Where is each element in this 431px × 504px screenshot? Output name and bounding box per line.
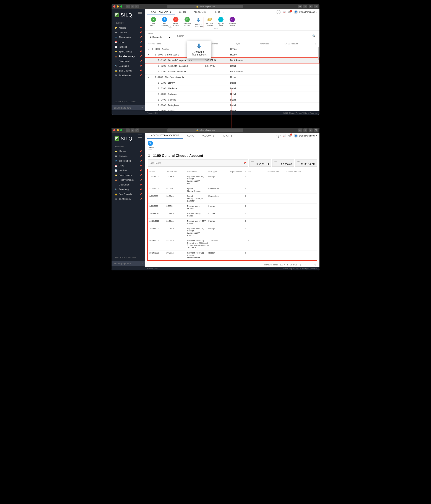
new-tab-icon[interactable]: ⊞ [309, 128, 313, 132]
account-row[interactable]: 1 - 2600PrinterDetail [145, 108, 319, 111]
tool-reconcile-account[interactable]: Reconcile Account [204, 17, 215, 28]
minimize-window[interactable] [117, 129, 119, 131]
tool-new-account[interactable]: +New Account [148, 17, 159, 27]
expand-icon[interactable]: ▾ [148, 54, 150, 56]
transaction-row[interactable]: 3/11/202010:53AMSpend Money;Cheque; Mr B… [148, 194, 317, 203]
sidebar-item-contacts[interactable]: ☎Contacts📌 [112, 30, 145, 35]
transaction-row[interactable]: 12/11/202012:06PMPayment; Rec# 33; Recei… [148, 174, 317, 186]
help-icon[interactable]: ? [277, 134, 281, 138]
transaction-row[interactable]: 26/10/202011:29AMReceive Money; CapitalI… [148, 211, 317, 219]
sidebar-item-safe-custody[interactable]: 🔒Safe Custody📌 [112, 192, 145, 197]
pin-icon[interactable]: 📌 [140, 70, 142, 72]
sidebar-item-dashboard[interactable]: Dashboard📌 [112, 182, 145, 187]
back-button[interactable]: ‹ [126, 128, 130, 132]
col-journal-time[interactable]: Journal Time [166, 171, 187, 173]
date-range-input[interactable]: Date Range 📅 [148, 160, 248, 167]
new-tab-icon[interactable]: ⊞ [309, 5, 313, 8]
pin-icon[interactable]: 📌 [140, 155, 142, 157]
items-per-page-select[interactable]: 100 ▾ [280, 264, 285, 266]
tabs-icon[interactable]: ❐ [314, 128, 318, 132]
tab-accounts[interactable]: ACCOUNTS [198, 133, 218, 139]
transaction-row[interactable]: 26/10/202011:30AMReceive Money; GST Refu… [148, 219, 317, 226]
user-menu[interactable]: 👤 Diana Parkinson ▾ [294, 134, 317, 138]
scrollbar-thumb[interactable] [318, 47, 319, 60]
menu-icon[interactable] [138, 11, 142, 14]
sidebar-item-diary[interactable]: 📅Diary📌 [112, 40, 145, 45]
zoom-window[interactable] [120, 129, 122, 131]
pin-icon[interactable]: 📌 [140, 160, 142, 162]
pin-icon[interactable]: 📌 [140, 179, 142, 181]
last-page-icon[interactable]: ›| [314, 264, 317, 266]
account-row[interactable]: 1 - 1200Accounts Receivable$3,127.09Deta… [145, 63, 319, 69]
url-bar[interactable]: 🔒 online.silq.com.au [167, 128, 243, 132]
tab-chart-accounts[interactable]: CHART ACCOUNTS [147, 9, 175, 15]
pin-icon[interactable]: 📌 [140, 46, 142, 48]
tool-export-to-myob[interactable]: mExport to MYOB [227, 17, 238, 28]
zoom-window[interactable] [120, 5, 122, 8]
tab-reports[interactable]: REPORTS [218, 133, 236, 139]
transaction-row[interactable]: 3/11/20201:58PMReceive Money; IncomeInco… [148, 204, 317, 211]
pin-icon[interactable]: 📌 [140, 198, 142, 200]
tool-account-transactions[interactable]: Account Transactions [193, 17, 204, 28]
col-date[interactable]: Date ↓ [150, 171, 166, 173]
pin-icon[interactable]: 📌 [140, 189, 142, 191]
share-icon[interactable]: ⇪ [303, 5, 307, 8]
next-page-icon[interactable]: › [309, 264, 311, 266]
close-icon[interactable]: ✕ [141, 107, 143, 109]
account-row[interactable]: ▾1 - 1000Current assetsHeader [145, 52, 319, 58]
account-row[interactable]: 1 - 2200HardwareDetail [145, 86, 319, 91]
pin-icon[interactable]: 📌 [140, 74, 142, 76]
close-icon[interactable]: ✕ [141, 262, 143, 265]
col-closed[interactable]: Closed [245, 171, 267, 173]
search-input[interactable] [177, 35, 312, 37]
col-type[interactable]: Type [236, 43, 260, 45]
url-bar[interactable]: 🔒 online.silq.com.au [167, 5, 243, 8]
col-xero-code[interactable]: Xero Code [260, 43, 285, 45]
pin-icon[interactable]: 📌 [140, 36, 142, 38]
account-row[interactable]: 1 - 2500DictaphoneDetail [145, 103, 319, 108]
status-select[interactable]: All Accounts ▾ [148, 35, 172, 39]
col-myob-account[interactable]: MYOB Account [285, 43, 315, 45]
transaction-row[interactable]: 26/10/202011:01AMPayment; Rec# 22; Recei… [148, 238, 317, 251]
prev-page-icon[interactable]: ‹ [305, 264, 307, 266]
sidebar-item-receive-money[interactable]: 📥Receive money📌 [112, 54, 145, 59]
sidebar-item-dashboard[interactable]: Dashboard📌 [112, 59, 145, 63]
tool-sync-to-xero[interactable]: xSync to Xero [215, 17, 227, 28]
more-icon[interactable]: ⋮ [315, 43, 317, 45]
sidebar-item-contacts[interactable]: ☎Contacts📌 [112, 154, 145, 159]
account-row[interactable]: 1 - 1300Accrued RevenuesBank Account [145, 69, 319, 74]
sidebar-item-searching[interactable]: 🔍Searching📌 [112, 187, 145, 192]
col-exported-date[interactable]: Exported Date [230, 171, 245, 173]
tab-reports[interactable]: REPORTS [210, 9, 228, 15]
sidebar-item-invoices[interactable]: 📄Invoices📌 [112, 168, 145, 173]
sidebar-item-trust-money[interactable]: 🏛Trust Money📌 [112, 197, 145, 201]
tabs-icon[interactable]: ❐ [314, 5, 318, 8]
pin-icon[interactable]: 📌 [140, 27, 142, 29]
tool-delete-account[interactable]: ✕Delete Account [170, 17, 182, 27]
pin-icon[interactable]: 📌 [140, 170, 142, 172]
details-button[interactable]: ✎ Details Details [148, 141, 156, 150]
user-menu[interactable]: 👤 Diana Parkinson ▾ [294, 10, 317, 14]
search-page-input[interactable]: Search page here ✕ [112, 261, 145, 266]
sidebar-item-matters[interactable]: 📁Matters📌 [112, 25, 145, 30]
sidebar-item-searching[interactable]: 🔍Searching📌 [112, 63, 145, 68]
reload-icon[interactable]: ⟳ [298, 128, 302, 132]
account-row[interactable]: 1 - 1100General Cheque Account$90,861.14… [145, 58, 319, 63]
tab-accounts[interactable]: ACCOUNTS [190, 9, 210, 15]
pin-icon[interactable]: 📌 [140, 41, 142, 43]
close-window[interactable] [113, 129, 115, 131]
analytics-icon[interactable]: 📈 [283, 11, 286, 13]
help-icon[interactable]: ? [277, 10, 281, 14]
close-window[interactable] [113, 5, 115, 8]
account-row[interactable]: 1 - 2100LibraryDetail [145, 80, 319, 86]
sidebar-item-safe-custody[interactable]: 🔒Safe Custody📌 [112, 68, 145, 73]
pin-icon[interactable]: 📌 [140, 174, 142, 176]
analytics-icon[interactable]: 📈 [283, 135, 286, 137]
first-page-icon[interactable]: |‹ [299, 264, 302, 266]
pin-icon[interactable]: 📌 [140, 60, 142, 62]
pin-icon[interactable]: 📌 [140, 65, 142, 67]
pin-icon[interactable]: 📌 [140, 31, 142, 34]
sidebar-item-trust-money[interactable]: 🏛Trust Money📌 [112, 73, 145, 78]
sidebar-item-invoices[interactable]: 📄Invoices📌 [112, 45, 145, 49]
tab-go-to[interactable]: GO TO [183, 133, 198, 139]
